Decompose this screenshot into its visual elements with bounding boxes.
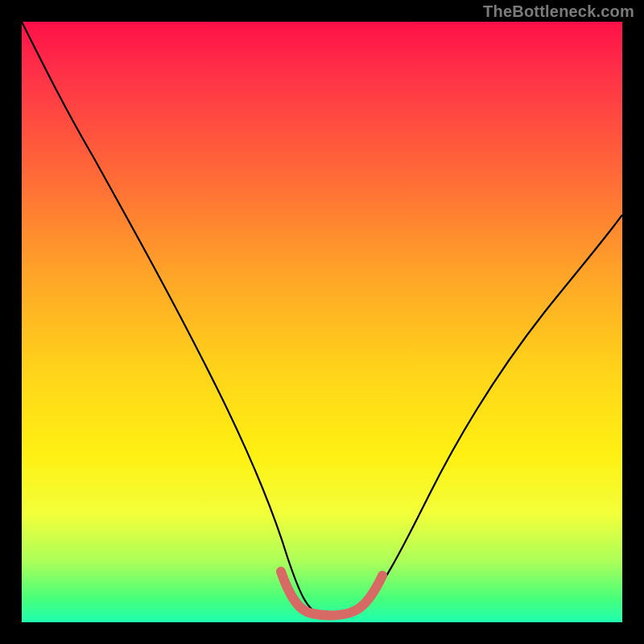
plot-area	[22, 22, 622, 622]
watermark-text: TheBottleneck.com	[483, 2, 634, 21]
curve-layer	[22, 22, 622, 622]
valley-highlight	[281, 572, 382, 615]
chart-frame: TheBottleneck.com	[0, 0, 644, 644]
bottleneck-curve	[22, 22, 622, 615]
